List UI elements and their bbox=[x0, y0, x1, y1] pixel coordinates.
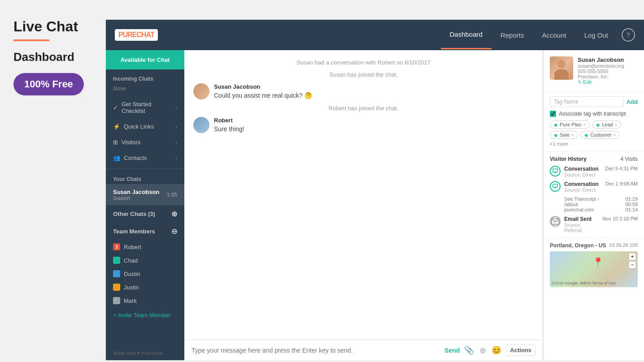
tag-section: Tag Name Add Associate tag with transcri… bbox=[544, 92, 644, 151]
chevron-right-icon: › bbox=[175, 155, 177, 161]
chat-input[interactable] bbox=[191, 347, 440, 354]
other-chats-header[interactable]: Other Chats (3) ⊕ bbox=[106, 205, 184, 223]
contact-header: Susan Jacobson susan@precision.org 555-5… bbox=[544, 50, 644, 92]
team-dot-robert: 3 bbox=[113, 243, 120, 250]
about-page-link[interactable]: /about 00:58 bbox=[564, 202, 638, 207]
chat-contact-sub: Support bbox=[113, 195, 159, 201]
chat-input-bar: Send 📎 ⊕ 😊 Actions bbox=[184, 340, 543, 360]
tag-label: Lead bbox=[602, 122, 613, 127]
invite-team-member-link[interactable]: + Invite Team Member bbox=[106, 307, 184, 323]
avatar-susan bbox=[193, 83, 209, 99]
promo-subtitle: Dashboard bbox=[13, 50, 74, 64]
app-container: PURECHAT Dashboard Reports Account Log O… bbox=[106, 20, 644, 360]
tag-add-button[interactable]: Add bbox=[627, 99, 638, 105]
map-placeholder: 📍 + − ©2016 Google, INEGI Terms of Use bbox=[550, 251, 638, 287]
nav-dashboard[interactable]: Dashboard bbox=[441, 21, 492, 49]
team-dot-dustin bbox=[113, 270, 120, 277]
plus-circle-icon[interactable]: ⊕ bbox=[479, 345, 486, 355]
associate-tag-checkbox[interactable] bbox=[550, 111, 556, 117]
available-for-chat-button[interactable]: Available for Chat bbox=[106, 50, 184, 69]
location-section: Portland, Oregon - US 10.39.26.105 📍 + −… bbox=[544, 238, 644, 292]
chat-contact-name: Susan Jacobson bbox=[113, 189, 159, 195]
nav-logout[interactable]: Log Out bbox=[575, 22, 617, 49]
incoming-chats-label: Incoming Chats bbox=[106, 69, 184, 84]
history-item-email: Email Sent Source: Referral Nov 10 2:18 … bbox=[550, 216, 638, 233]
team-dot-chad bbox=[113, 257, 120, 264]
chevron-right-icon: › bbox=[175, 140, 177, 145]
history-item-conv1: Conversation Source: Direct Dec 9 4:31 P… bbox=[550, 166, 638, 177]
tag-name-select[interactable]: Tag Name bbox=[550, 96, 624, 107]
app-body: Available for Chat Incoming Chats None ✓… bbox=[106, 50, 644, 360]
purechat-link[interactable]: purechat.com 01:14 bbox=[564, 207, 638, 212]
sidebar-item-contacts[interactable]: 👥 Contacts › bbox=[106, 150, 184, 166]
send-button[interactable]: Send bbox=[444, 347, 460, 354]
tag-more-link[interactable]: +1 more bbox=[550, 141, 568, 147]
sidebar-divider bbox=[106, 168, 184, 169]
history-conv1-source: Source: Direct bbox=[564, 172, 599, 177]
msg-sender-susan: Susan Jacobson bbox=[214, 83, 312, 90]
collapse-icon: ⊖ bbox=[171, 227, 177, 236]
sidebar-item-get-started[interactable]: ✓ Get Started Checklist › bbox=[106, 96, 184, 119]
system-msg-3: Robert has joined the chat. bbox=[193, 105, 534, 112]
email-sent-date: Nov 10 2:18 PM bbox=[602, 216, 638, 221]
tag-remove-lead[interactable]: × bbox=[615, 122, 618, 127]
tag-chip-sale: ◉ Sale × bbox=[550, 131, 578, 139]
nav-account[interactable]: Account bbox=[533, 22, 575, 49]
checkmark-icon: ✓ bbox=[113, 104, 118, 111]
sidebar-item-visitors[interactable]: ⊞ Visitors › bbox=[106, 134, 184, 150]
team-dot-mark bbox=[113, 297, 120, 304]
sidebar-item-quick-links[interactable]: ⚡ Quick Links › bbox=[106, 119, 184, 134]
team-members-header[interactable]: Team Members ⊖ bbox=[106, 223, 184, 240]
nav-reports[interactable]: Reports bbox=[492, 22, 533, 49]
contacts-icon: 👥 bbox=[113, 155, 120, 161]
tag-row: Tag Name Add bbox=[550, 96, 638, 107]
visitor-history-title: Visitor History bbox=[550, 156, 587, 162]
map-zoom-out[interactable]: − bbox=[629, 261, 636, 268]
tag-chip-lead: ◉ Lead × bbox=[592, 121, 621, 129]
team-member-mark[interactable]: Mark bbox=[106, 294, 184, 307]
email-sent-source: Source: Referral bbox=[564, 222, 599, 233]
team-member-robert[interactable]: 3 Robert bbox=[106, 240, 184, 254]
contact-edit-link[interactable]: ✎ Edit bbox=[578, 79, 624, 85]
emoji-icon[interactable]: 😊 bbox=[492, 345, 501, 355]
nav-links: Dashboard Reports Account Log Out ? bbox=[441, 21, 635, 49]
help-icon[interactable]: ? bbox=[622, 28, 635, 42]
visitors-icon: ⊞ bbox=[113, 139, 118, 146]
tag-remove-sale[interactable]: × bbox=[571, 133, 574, 138]
promo-title: Live Chat bbox=[13, 18, 78, 35]
email-sent-title: Email Sent bbox=[564, 216, 599, 222]
your-chats-label: Your Chats bbox=[106, 172, 184, 184]
avatar-robert bbox=[193, 117, 209, 133]
location-ip: 10.39.26.105 bbox=[609, 242, 638, 249]
msg-text-robert: Sure thing! bbox=[214, 125, 244, 133]
conversation-icon-1 bbox=[550, 166, 561, 177]
team-member-chad[interactable]: Chad bbox=[106, 254, 184, 267]
actions-button[interactable]: Actions bbox=[506, 345, 535, 356]
tag-icon: ◉ bbox=[584, 133, 588, 138]
promo-badge: 100% Free bbox=[13, 73, 84, 95]
msg-text-susan: Could you assist me real quick? 🤔 bbox=[214, 92, 312, 99]
team-name-justin: Justin bbox=[124, 284, 139, 291]
map-zoom-in[interactable]: + bbox=[629, 253, 636, 260]
chat-messages: Susan had a conversation with Robert on … bbox=[184, 50, 543, 340]
tag-remove-customer[interactable]: × bbox=[614, 133, 616, 138]
expand-icon: ⊕ bbox=[171, 210, 177, 218]
tag-remove-pure-plan[interactable]: × bbox=[583, 122, 586, 127]
system-msg-1: Susan had a conversation with Robert on … bbox=[193, 59, 534, 66]
team-member-justin[interactable]: Justin bbox=[106, 280, 184, 294]
associate-tag-row: Associate tag with transcript bbox=[550, 111, 638, 117]
input-icons: 📎 ⊕ 😊 bbox=[464, 345, 501, 355]
location-city: Portland, Oregon - US bbox=[550, 242, 606, 249]
team-member-dustin[interactable]: Dustin bbox=[106, 267, 184, 280]
lightning-icon: ⚡ bbox=[113, 123, 120, 130]
map-attribution: ©2016 Google, INEGI Terms of Use bbox=[552, 281, 616, 285]
contact-company: Precision, Inc. bbox=[578, 74, 624, 79]
sidebar: Available for Chat Incoming Chats None ✓… bbox=[106, 50, 184, 360]
contact-avatar bbox=[550, 56, 573, 80]
tag-icon: ◉ bbox=[554, 133, 558, 138]
see-transcript-link[interactable]: See Transcript › 01:29 bbox=[564, 196, 638, 202]
history-item-conv2: Conversation Source: Direct Dec 1 9:08 A… bbox=[550, 181, 638, 193]
chevron-right-icon: › bbox=[175, 105, 177, 110]
active-chat-item[interactable]: Susan Jacobson Support 1:05 bbox=[106, 184, 184, 205]
attachment-icon[interactable]: 📎 bbox=[464, 345, 474, 355]
